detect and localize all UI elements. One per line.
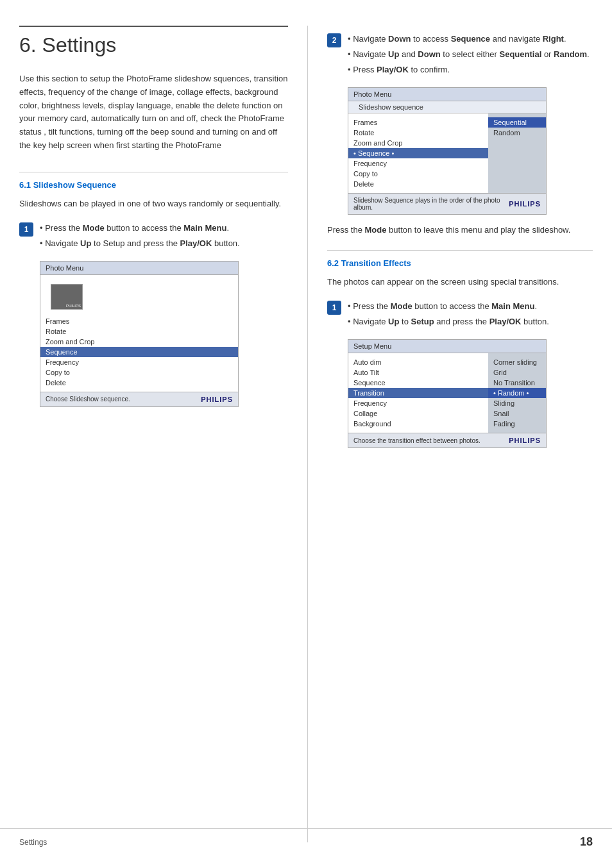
step-6-2-1-bullet-2: Navigate Up to Setup and press the Play/… <box>348 315 593 329</box>
menu-item-zoom: Zoom and Crop <box>40 337 238 347</box>
setup-opt-fading: Fading <box>488 419 546 429</box>
menu-item-delete-2: Delete <box>348 179 488 189</box>
subsection-6-2-number: 6.2 <box>327 258 339 268</box>
menu-header-text-2: Photo Menu <box>353 90 391 98</box>
subsection-6-2-header: 6.2 Transition Effects <box>327 250 593 268</box>
menu-footer-1: Choose Slideshow sequence. PHILIPS <box>40 392 238 406</box>
menu-opt-random: Random <box>488 128 546 138</box>
menu-item-frequency: Frequency <box>40 357 238 367</box>
menu-item-frequency-2: Frequency <box>348 158 488 169</box>
setup-menu-header: Setup Menu <box>348 340 546 353</box>
menu-left-1: Frames Rotate Zoom and Crop Sequence Fre… <box>40 275 238 392</box>
menu-item-rotate: Rotate <box>40 326 238 337</box>
footer-left: Settings <box>19 838 47 847</box>
menu-footer-text-1: Choose Slideshow sequence. <box>46 396 130 403</box>
photo-menu-2: Photo Menu Slideshow sequence Frames Rot… <box>348 87 547 215</box>
menu-item-copy: Copy to <box>40 367 238 378</box>
setup-menu-1: Setup Menu Auto dim Auto Tilt Sequence T… <box>348 339 547 448</box>
menu-right-2: Sequential Random <box>488 113 546 193</box>
menu-subheader-text-2: Slideshow sequence <box>359 103 423 111</box>
step-1-bullet-1: Press the Mode button to access the Main… <box>40 221 288 235</box>
menu-item-delete: Delete <box>40 378 238 388</box>
setup-item-sequence: Sequence <box>348 378 488 388</box>
menu-item-zoom-2: Zoom and Crop <box>348 138 488 148</box>
menu-body-2: Frames Rotate Zoom and Crop • Sequence •… <box>348 113 546 193</box>
press-mode-text: Press the Mode button to leave this menu… <box>327 224 593 237</box>
philips-logo-2: PHILIPS <box>509 200 541 208</box>
menu-item-frames: Frames <box>40 316 238 326</box>
setup-menu-header-text: Setup Menu <box>353 342 391 350</box>
menu-item-frames-2: Frames <box>348 117 488 128</box>
setup-menu-footer: Choose the transition effect between pho… <box>348 433 546 447</box>
setup-item-autodim: Auto dim <box>348 357 488 367</box>
menu-left-2: Frames Rotate Zoom and Crop • Sequence •… <box>348 113 488 193</box>
setup-item-autotilt: Auto Tilt <box>348 367 488 378</box>
menu-item-sequence: Sequence <box>40 347 238 357</box>
section-number: 6. <box>19 33 37 56</box>
step-1-block: 1 Press the Mode button to access the Ma… <box>19 221 288 252</box>
menu-header-text-1: Photo Menu <box>46 264 83 272</box>
setup-opt-snail: Snail <box>488 408 546 419</box>
section-title-text: Settings <box>42 33 117 56</box>
step-1-content: Press the Mode button to access the Main… <box>40 221 288 252</box>
step-1-bullet-2: Navigate Up to Setup and press the Play/… <box>40 237 288 251</box>
menu-item-copy-2: Copy to <box>348 169 488 179</box>
step-1-number: 1 <box>19 222 33 237</box>
subsection-6-1-number: 6.1 <box>19 180 31 190</box>
step-2-number: 2 <box>327 33 341 47</box>
menu-header-1: Photo Menu <box>40 262 238 275</box>
step-2-block: 2 Navigate Down to access Sequence and n… <box>327 32 593 78</box>
right-column: 2 Navigate Down to access Sequence and n… <box>308 26 593 842</box>
setup-menu-body: Auto dim Auto Tilt Sequence Transition F… <box>348 353 546 433</box>
setup-menu-right: Corner sliding Grid No Transition • Rand… <box>488 353 546 433</box>
subsection-6-2-title: Transition Effects <box>341 258 411 268</box>
setup-item-collage: Collage <box>348 408 488 419</box>
step-2-bullet-3: Press Play/OK to confirm. <box>348 63 593 77</box>
setup-opt-random: • Random • <box>488 388 546 398</box>
subsection-6-1-header: 6.1 Slideshow Sequence <box>19 172 288 190</box>
subsection-6-1-title: Slideshow Sequence <box>33 180 116 190</box>
setup-opt-notransition: No Transition <box>488 378 546 388</box>
menu-footer-2: Slideshow Sequence plays in the order of… <box>348 193 546 214</box>
menu-item-rotate-2: Rotate <box>348 128 488 138</box>
step-6-2-1-bullet-1: Press the Mode button to access the Main… <box>348 299 593 313</box>
step-6-2-1-block: 1 Press the Mode button to access the Ma… <box>327 299 593 330</box>
menu-subheader-2: Slideshow sequence <box>348 101 546 113</box>
setup-menu-footer-text: Choose the transition effect between pho… <box>353 437 480 444</box>
setup-item-background: Background <box>348 419 488 429</box>
page: 6. Settings Use this section to setup th… <box>0 0 612 868</box>
photo-menu-1: Photo Menu Frames Rotate Zoom and Crop S… <box>40 261 239 407</box>
philips-logo-1: PHILIPS <box>201 396 233 403</box>
footer-page-number: 18 <box>580 835 593 849</box>
menu-item-sequence-2: • Sequence • <box>348 148 488 158</box>
subsection-6-1-desc: Slideshows can be played in one of two w… <box>19 197 288 211</box>
setup-opt-corner: Corner sliding <box>488 357 546 367</box>
step-2-bullet-2: Navigate Up and Down to select either Se… <box>348 47 593 62</box>
footer: Settings 18 <box>0 828 612 849</box>
setup-opt-sliding: Sliding <box>488 398 546 408</box>
menu-header-2: Photo Menu <box>348 88 546 101</box>
step-6-2-1-number: 1 <box>327 301 341 315</box>
step-2-content: Navigate Down to access Sequence and nav… <box>348 32 593 78</box>
menu-thumbnail <box>51 284 83 310</box>
philips-logo-3: PHILIPS <box>509 437 541 444</box>
setup-item-frequency: Frequency <box>348 398 488 408</box>
step-2-bullet-1: Navigate Down to access Sequence and nav… <box>348 32 593 46</box>
menu-footer-text-2: Slideshow Sequence plays in the order of… <box>353 197 509 211</box>
step-6-2-1-content: Press the Mode button to access the Main… <box>348 299 593 330</box>
setup-item-transition: Transition <box>348 388 488 398</box>
setup-opt-grid: Grid <box>488 367 546 378</box>
menu-opt-sequential: Sequential <box>488 117 546 128</box>
setup-menu-left: Auto dim Auto Tilt Sequence Transition F… <box>348 353 488 433</box>
left-column: 6. Settings Use this section to setup th… <box>19 26 308 842</box>
menu-body-1: Frames Rotate Zoom and Crop Sequence Fre… <box>40 275 238 392</box>
intro-text: Use this section to setup the PhotoFrame… <box>19 72 288 153</box>
subsection-6-2-desc: The photos can appear on the screen usin… <box>327 276 593 289</box>
section-title: 6. Settings <box>19 26 288 62</box>
